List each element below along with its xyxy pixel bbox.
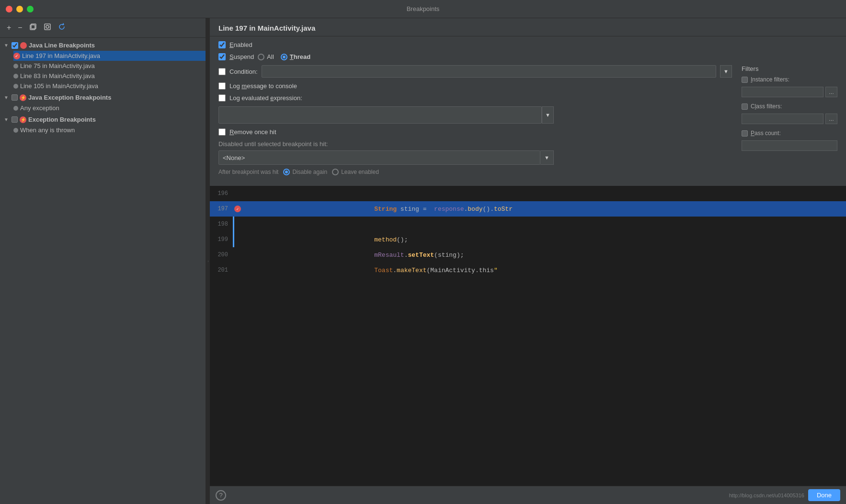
thread-radio-option[interactable]: Thread [281,53,310,60]
instance-filter-checkbox[interactable] [742,77,748,83]
java-exception-icon: ⚡ [20,94,26,101]
class-filter-input-row: … [742,114,837,124]
condition-row: Condition: ▼ [218,65,732,78]
pass-count-row: Pass count: [742,130,837,137]
java-exception-group-header[interactable]: ▼ ⚡ Java Exception Breakpoints [0,92,206,103]
line-bp-197: ✓ [233,206,242,212]
all-radio-label: All [267,53,274,60]
expand-arrow-3: ▼ [4,117,10,122]
log-message-label: Log message to console [229,82,297,90]
condition-dropdown-btn[interactable]: ▼ [720,65,732,78]
any-exception-dot [13,106,18,111]
condition-input[interactable] [262,65,717,78]
close-button[interactable] [6,6,12,12]
log-textarea-row: ▼ [218,106,732,124]
log-message-row: Log message to console [218,82,732,90]
disabled-until-dropdown: ▼ [218,150,554,165]
all-radio-option[interactable]: All [258,53,274,60]
breakpoints-toolbar: + − [0,18,206,38]
class-filter-dots-btn[interactable]: … [825,114,837,124]
enabled-checkbox[interactable] [218,41,226,48]
class-filter-input[interactable] [742,114,823,124]
line-code-201: Toast.makeText(MainActivity.this" [242,260,498,281]
line105-label: Line 105 in MainActivity.java [20,82,98,90]
title-bar: Breakpoints [0,0,846,18]
done-button[interactable]: Done [808,489,840,501]
svg-rect-2 [45,24,50,30]
exception-children: When any is thrown [0,125,206,135]
pass-count-input[interactable] [742,140,837,151]
condition-checkbox[interactable] [218,68,226,75]
code-area: 196 197 ✓ String sting = response.body()… [210,186,846,486]
line-num-199: 199 [210,236,233,243]
window-controls[interactable] [6,6,34,12]
thread-radio-label: Thread [290,53,310,60]
enabled-label: Enabled [229,41,252,48]
java-line-label: Java Line Breakpoints [29,42,95,49]
all-radio-circle[interactable] [258,54,264,60]
class-filter-row: Class filters: [742,103,837,110]
disabled-until-arrow-btn[interactable]: ▼ [540,150,554,165]
exception-checkbox[interactable] [11,116,18,123]
line-num-201: 201 [210,267,233,274]
line-num-197: 197 [210,206,233,212]
remove-once-checkbox[interactable] [218,128,226,136]
java-exception-label: Java Exception Breakpoints [28,94,111,101]
breakpoint-line83[interactable]: Line 83 in MainActivity.java [13,71,206,81]
instance-filter-dots-btn[interactable]: … [825,87,837,97]
line83-label: Line 83 in MainActivity.java [20,72,95,80]
class-filter-checkbox[interactable] [742,103,748,110]
log-expression-row: Log evaluated expression: [218,94,732,102]
add-breakpoint-button[interactable]: + [5,23,13,33]
refresh-button[interactable] [56,22,68,34]
resize-handle[interactable]: ··· [206,18,210,504]
export-breakpoint-button[interactable] [42,22,53,34]
instance-filter-input-row: … [742,87,837,97]
breakpoint-circle-197: ✓ [234,206,241,212]
disable-again-option[interactable]: Disable again [283,169,327,175]
remove-once-label: Remove once hit [229,128,276,136]
detail-body: Enabled Suspend All Thread [210,36,846,186]
code-line-197: 197 ✓ String sting = response.body().toS… [210,201,846,217]
exception-group: ▼ ⚡ Exception Breakpoints When any is th… [0,114,206,135]
log-expression-dropdown[interactable]: ▼ [542,106,554,124]
line197-label: Line 197 in MainActivity.java [22,52,100,59]
filters-col: Filters Instance filters: … Class filter… [732,65,837,181]
remove-breakpoint-button[interactable]: − [16,23,24,33]
breakpoint-line75[interactable]: Line 75 in MainActivity.java [13,61,206,71]
suspend-checkbox[interactable] [218,53,226,60]
line105-dot [13,84,18,89]
leave-enabled-radio[interactable] [332,169,339,175]
expand-arrow-2: ▼ [4,95,10,100]
leave-enabled-option[interactable]: Leave enabled [332,169,379,175]
thread-radio-circle[interactable] [281,54,287,60]
breakpoint-line105[interactable]: Line 105 in MainActivity.java [13,81,206,91]
exception-icon: ⚡ [20,116,26,123]
java-exception-children: Any exception [0,103,206,113]
disable-again-radio[interactable] [283,169,290,175]
pass-count-checkbox[interactable] [742,130,748,137]
java-line-group-header[interactable]: ▼ Java Line Breakpoints [0,40,206,51]
disabled-until-input[interactable] [218,150,540,165]
url-text: http://blog.csdn.net/u014005316 [729,493,804,498]
java-exception-checkbox[interactable] [11,94,18,101]
any-exception-item[interactable]: Any exception [13,103,206,113]
breakpoint-line197[interactable]: ✓ Line 197 in MainActivity.java [13,51,206,61]
detail-header: Line 197 in MainActivity.java [210,18,846,36]
disabled-until-row: Disabled until selected breakpoint is hi… [218,140,732,165]
java-exception-group: ▼ ⚡ Java Exception Breakpoints Any excep… [0,92,206,113]
java-line-checkbox[interactable] [11,42,18,49]
minimize-button[interactable] [16,6,23,12]
when-any-item[interactable]: When any is thrown [13,125,206,135]
code-line-201: 201 Toast.makeText(MainActivity.this" [210,263,846,278]
copy-breakpoint-button[interactable] [27,22,39,34]
log-expression-input[interactable] [218,106,542,124]
maximize-button[interactable] [27,6,34,12]
breakpoints-tree: ▼ Java Line Breakpoints ✓ Line 197 in Ma… [0,38,206,504]
help-button[interactable]: ? [216,490,226,501]
instance-filter-input[interactable] [742,87,823,97]
log-expression-checkbox[interactable] [218,94,226,102]
log-message-checkbox[interactable] [218,82,226,90]
suspend-radio-group: All Thread [258,53,310,60]
exception-group-header[interactable]: ▼ ⚡ Exception Breakpoints [0,114,206,125]
